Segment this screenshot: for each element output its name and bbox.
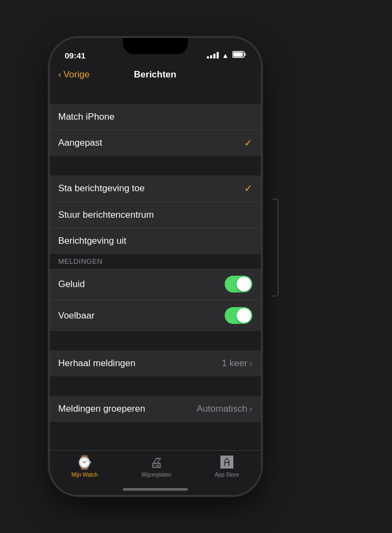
- geluid-label: Geluid: [58, 279, 85, 290]
- meldingen-label: MELDINGEN: [50, 254, 261, 269]
- match-iphone-label: Match iPhone: [58, 112, 115, 122]
- toggle-knob: [237, 308, 251, 323]
- status-icons: ▲: [207, 51, 246, 60]
- sta-berichtgeving-item[interactable]: Sta berichtgeving toe ✓: [50, 176, 261, 202]
- berichtencentrum-item[interactable]: Stuur berichtencentrum: [50, 202, 261, 228]
- sta-berichtgeving-label: Sta berichtgeving toe: [58, 183, 145, 194]
- battery-icon: [232, 51, 246, 60]
- chevron-left-icon: ‹: [58, 69, 62, 80]
- voelbaar-item[interactable]: Voelbaar: [50, 300, 261, 331]
- notification-type-group: Sta berichtgeving toe ✓ Stuur berichtenc…: [50, 176, 261, 254]
- appstore-icon: 🅰: [220, 455, 233, 470]
- tab-mijn-watch[interactable]: ⌚ Mijn Watch: [71, 455, 98, 478]
- callout-text: Stel in hoe je op berichten wilt worden …: [280, 199, 343, 244]
- tab-app-store-label: App Store: [215, 472, 239, 478]
- herhaal-value: 1 keer ›: [222, 358, 252, 369]
- watchface-icon: 🖨: [150, 455, 163, 470]
- berichtgeving-uit-label: Berichtgeving uit: [58, 236, 127, 246]
- back-label: Vorige: [63, 69, 89, 80]
- notification-source-group: Match iPhone Aangepast ✓: [50, 104, 261, 156]
- aangepast-label: Aangepast: [58, 138, 102, 148]
- groeperen-group: Meldingen groeperen Automatisch ›: [50, 396, 261, 422]
- herhaal-item[interactable]: Herhaal meldingen 1 keer ›: [50, 350, 261, 376]
- match-iphone-item[interactable]: Match iPhone: [50, 104, 261, 130]
- berichtgeving-uit-item[interactable]: Berichtgeving uit: [50, 228, 261, 254]
- aangepast-item[interactable]: Aangepast ✓: [50, 130, 261, 156]
- divider: [50, 84, 261, 104]
- divider: [50, 156, 261, 176]
- voelbaar-label: Voelbaar: [58, 310, 95, 321]
- aangepast-check: ✓: [244, 137, 252, 149]
- watch-icon: ⌚: [76, 455, 93, 470]
- sta-berichtgeving-check: ✓: [244, 183, 252, 194]
- meldingen-section: MELDINGEN Geluid Voelbaar: [50, 254, 261, 331]
- nav-bar: ‹ Vorige Berichten: [50, 65, 261, 84]
- status-time: 09:41: [65, 51, 86, 60]
- geluid-item[interactable]: Geluid: [50, 269, 261, 300]
- divider: [50, 376, 261, 396]
- groeperen-label: Meldingen groeperen: [58, 404, 146, 414]
- groeperen-item[interactable]: Meldingen groeperen Automatisch ›: [50, 396, 261, 422]
- callout: Stel in hoe je op berichten wilt worden …: [280, 199, 343, 244]
- herhaal-group: Herhaal meldingen 1 keer ›: [50, 350, 261, 376]
- meldingen-group: Geluid Voelbaar: [50, 269, 261, 331]
- divider: [50, 331, 261, 350]
- signal-icon: [207, 52, 219, 58]
- tab-mijn-watch-label: Mijn Watch: [71, 472, 98, 478]
- chevron-right-icon: ›: [250, 405, 252, 413]
- groeperen-value: Automatisch ›: [197, 404, 252, 414]
- tab-app-store[interactable]: 🅰 App Store: [215, 455, 239, 478]
- back-button[interactable]: ‹ Vorige: [58, 69, 90, 80]
- settings-content: Match iPhone Aangepast ✓ Sta berichtgevi…: [50, 84, 261, 485]
- tab-bar: ⌚ Mijn Watch 🖨 Wijzerplaten 🅰 App Store: [50, 450, 261, 495]
- home-indicator: [123, 488, 188, 491]
- svg-rect-1: [244, 53, 245, 56]
- chevron-right-icon: ›: [250, 359, 252, 368]
- berichtencentrum-label: Stuur berichtencentrum: [58, 210, 154, 220]
- notch: [123, 38, 188, 54]
- toggle-knob: [237, 277, 251, 291]
- herhaal-label: Herhaal meldingen: [58, 358, 136, 369]
- nav-title: Berichten: [134, 69, 176, 80]
- tab-wijzerplaten[interactable]: 🖨 Wijzerplaten: [141, 455, 171, 478]
- voelbaar-toggle[interactable]: [225, 307, 252, 324]
- wifi-icon: ▲: [222, 51, 229, 60]
- svg-rect-2: [233, 53, 243, 57]
- tab-wijzerplaten-label: Wijzerplaten: [141, 472, 171, 478]
- divider: [50, 422, 261, 441]
- geluid-toggle[interactable]: [225, 276, 252, 292]
